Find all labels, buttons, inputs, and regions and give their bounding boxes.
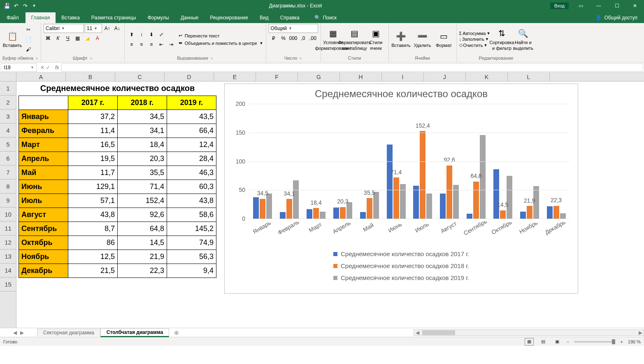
month-cell[interactable]: Июль: [19, 194, 68, 208]
legend-item[interactable]: Среднемесячное количество осадков 2019 г…: [333, 274, 469, 281]
data-cell[interactable]: 14,5: [118, 236, 167, 250]
bar[interactable]: [420, 131, 425, 219]
copy-icon[interactable]: 📄: [24, 35, 33, 44]
data-cell[interactable]: 12,5: [68, 250, 118, 264]
close-icon[interactable]: ✕: [626, 0, 644, 12]
table-title[interactable]: Среднемесячное количество осадков: [19, 82, 216, 96]
data-cell[interactable]: 43,8: [68, 208, 118, 222]
cell-styles-button[interactable]: ▣Стили ячеек: [366, 26, 386, 52]
data-cell[interactable]: 34,1: [118, 124, 167, 138]
zoom-level[interactable]: 190 %: [628, 339, 641, 344]
fx-icon[interactable]: fx: [53, 65, 61, 70]
indent-increase-icon[interactable]: ⇥: [167, 40, 176, 49]
tab-formulas[interactable]: Формулы: [142, 12, 175, 23]
wrap-text-button[interactable]: ↩Перенести текст: [177, 33, 263, 39]
bar[interactable]: [507, 176, 512, 219]
data-cell[interactable]: 12,4: [167, 138, 216, 152]
column-header-K[interactable]: K: [466, 72, 508, 81]
bar[interactable]: [527, 206, 532, 219]
insert-cells-button[interactable]: ➕Вставить: [391, 29, 411, 50]
qat-dropdown-icon[interactable]: ▼: [30, 2, 38, 9]
tab-view[interactable]: Вид: [254, 12, 274, 23]
data-cell[interactable]: 8,7: [68, 222, 118, 236]
data-cell[interactable]: 43,8: [167, 194, 216, 208]
format-painter-icon[interactable]: 🖌: [24, 45, 33, 54]
legend-item[interactable]: Среднемесячное количество осадков 2018 г…: [333, 262, 469, 269]
data-cell[interactable]: 37,2: [68, 110, 118, 124]
data-cell[interactable]: 60,3: [167, 180, 216, 194]
fill-color-icon[interactable]: ◢: [83, 34, 92, 43]
data-cell[interactable]: 64,8: [118, 222, 167, 236]
page-break-icon[interactable]: ▣: [553, 338, 562, 345]
table-header[interactable]: 2019 г.: [167, 96, 216, 110]
month-cell[interactable]: Сентябрь: [19, 222, 68, 236]
row-header-9[interactable]: 9: [0, 194, 16, 208]
column-header-F[interactable]: F: [256, 72, 298, 81]
worksheet-grid[interactable]: ABCDEFGHIJKL 123456789101112131415 Средн…: [0, 72, 644, 328]
row-header-10[interactable]: 10: [0, 208, 16, 222]
column-header-H[interactable]: H: [340, 72, 382, 81]
align-center-icon[interactable]: ≡: [137, 40, 146, 49]
bar[interactable]: [286, 199, 292, 219]
cancel-icon[interactable]: ✕: [40, 65, 44, 70]
data-cell[interactable]: 145,2: [167, 222, 216, 236]
number-format-combo[interactable]: Общий▼: [269, 24, 318, 33]
data-cell[interactable]: 34,5: [118, 110, 167, 124]
row-header-14[interactable]: 14: [0, 264, 16, 278]
horizontal-scrollbar[interactable]: ◀ ▶: [414, 329, 644, 336]
row-header-11[interactable]: 11: [0, 222, 16, 236]
row-header-12[interactable]: 12: [0, 236, 16, 250]
enter-icon[interactable]: ✓: [46, 65, 50, 70]
share-button[interactable]: 👤 Общий доступ: [590, 12, 644, 23]
month-cell[interactable]: Январь: [19, 110, 68, 124]
month-cell[interactable]: Апрель: [19, 152, 68, 166]
currency-icon[interactable]: ₽: [269, 34, 278, 43]
month-cell[interactable]: Март: [19, 138, 68, 152]
column-header-L[interactable]: L: [508, 72, 550, 81]
bar[interactable]: [440, 194, 446, 219]
dialog-launcher-icon[interactable]: ↘: [35, 56, 38, 60]
font-size-combo[interactable]: 11▼: [85, 24, 102, 33]
sheet-nav-prev-icon[interactable]: ◀: [13, 330, 17, 336]
tab-help[interactable]: Справка: [274, 12, 305, 23]
table-header[interactable]: 2018 г.: [118, 96, 167, 110]
data-cell[interactable]: 66,4: [167, 124, 216, 138]
bar[interactable]: [253, 197, 259, 219]
redo-icon[interactable]: ↷: [21, 2, 29, 9]
undo-icon[interactable]: ↶: [12, 2, 20, 9]
data-cell[interactable]: 28,4: [167, 152, 216, 166]
chart-container[interactable]: Среднемесячное количество осадков 050100…: [224, 84, 578, 294]
minimize-icon[interactable]: —: [590, 0, 608, 12]
bar[interactable]: [547, 206, 553, 219]
data-cell[interactable]: 46,3: [167, 166, 216, 180]
data-cell[interactable]: 57,1: [68, 194, 118, 208]
bar[interactable]: [293, 180, 299, 219]
month-cell[interactable]: Август: [19, 208, 68, 222]
formula-input[interactable]: [61, 63, 643, 72]
data-cell[interactable]: 92,6: [118, 208, 167, 222]
font-color-icon[interactable]: A: [93, 34, 102, 43]
tab-file[interactable]: Файл: [0, 12, 26, 23]
bar[interactable]: [307, 209, 312, 219]
ribbon-options-icon[interactable]: ▭: [572, 0, 590, 12]
underline-icon[interactable]: Ч: [63, 34, 72, 43]
bar[interactable]: [426, 194, 432, 219]
bar[interactable]: [313, 208, 319, 219]
data-cell[interactable]: 35,5: [118, 166, 167, 180]
delete-cells-button[interactable]: ➖Удалить: [413, 29, 432, 50]
month-cell[interactable]: Октябрь: [19, 236, 68, 250]
month-cell[interactable]: Май: [19, 166, 68, 180]
font-name-combo[interactable]: Calibri▼: [44, 24, 84, 33]
bold-icon[interactable]: Ж: [44, 34, 53, 43]
bar[interactable]: [473, 182, 479, 219]
column-header-B[interactable]: B: [66, 72, 115, 81]
column-header-J[interactable]: J: [424, 72, 466, 81]
percent-icon[interactable]: %: [279, 34, 288, 43]
month-cell[interactable]: Ноябрь: [19, 250, 68, 264]
bar[interactable]: [500, 210, 506, 219]
data-cell[interactable]: 74,9: [167, 236, 216, 250]
increase-font-icon[interactable]: A↑: [103, 24, 112, 33]
cut-icon[interactable]: ✂: [24, 25, 33, 34]
row-header-4[interactable]: 4: [0, 124, 16, 138]
data-cell[interactable]: 129,1: [68, 180, 118, 194]
